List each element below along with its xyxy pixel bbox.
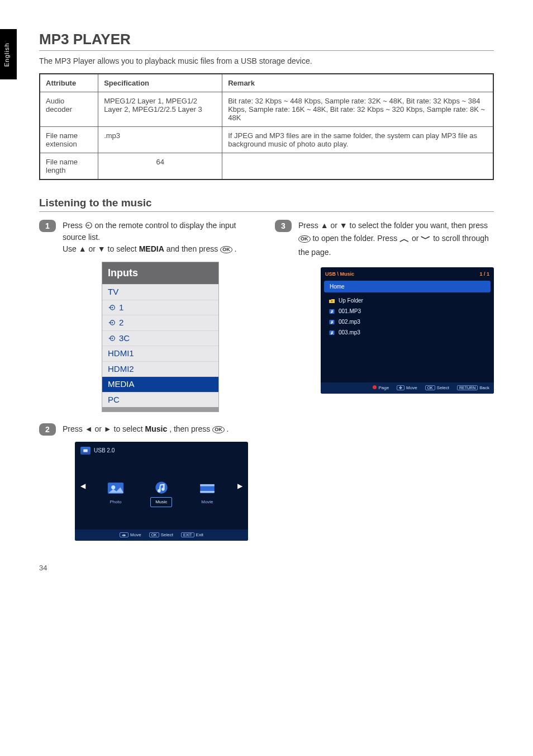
hint-item: ◂▸Move (120, 532, 141, 538)
movie-tile-icon (198, 480, 217, 497)
inputs-panel-header: Inputs (102, 262, 218, 284)
hint-bar: Page ✥Move OKSelect RETURNBack (321, 382, 494, 394)
left-arrow-icon[interactable]: ◀ (80, 481, 85, 491)
step-3-post: to open the folder. Press (312, 234, 399, 243)
spec-table-header-row: Attribute Specification Remark (40, 74, 493, 92)
photo-tile-icon (106, 480, 125, 497)
music-file-icon (329, 329, 335, 335)
chevron-up-icon: ︿ (399, 231, 410, 247)
list-item-label: Up Folder (339, 296, 363, 305)
inputs-panel-screenshot: Inputs TV 1 (102, 262, 219, 412)
input-item-label: MEDIA (108, 378, 135, 391)
input-source-icon (85, 221, 93, 229)
step-number-badge: 2 (39, 423, 56, 436)
step-2-bold: Music (145, 424, 168, 433)
hint-key: ◂▸ (120, 532, 129, 537)
usb-drive-icon (80, 447, 91, 455)
ok-key-icon: OK (220, 246, 232, 253)
input-item-label: PC (108, 394, 120, 407)
hint-key: RETURN (457, 385, 478, 390)
step-1-body: Press on the remote control to display t… (63, 220, 257, 412)
spec-th-specification: Specification (98, 74, 222, 92)
hint-label: Move (130, 532, 141, 537)
hint-label: Move (406, 385, 417, 390)
selected-row-label: Home (330, 284, 345, 290)
step-3-or: or (412, 234, 421, 243)
step-1-line2-post: . (235, 244, 237, 253)
music-file-icon (329, 319, 335, 324)
music-browser-top: USB \ Music 1 / 1 (321, 267, 494, 281)
svg-rect-4 (83, 449, 88, 452)
music-file-icon (329, 308, 335, 314)
side-language-tab-label: English (3, 42, 10, 67)
hint-label: Select (437, 385, 449, 390)
step-2: 2 Press ◄ or ► to select Music , then pr… (39, 423, 257, 541)
step-number-badge: 3 (275, 220, 292, 232)
spec-cell-remark: If JPEG and MP3 files are in the same fo… (222, 127, 493, 153)
input-item-av1[interactable]: 1 (102, 300, 218, 315)
list-item[interactable]: 003.mp3 (321, 327, 494, 338)
right-arrow-icon[interactable]: ▶ (237, 481, 242, 491)
music-tile-icon (152, 479, 171, 496)
spec-cell-remark: Bit rate: 32 Kbps ~ 448 Kbps, Sample rat… (222, 92, 493, 127)
spec-cell-attr: File name length (40, 153, 98, 180)
folder-up-icon (329, 297, 335, 303)
list-item[interactable]: 002.mp3 (321, 316, 494, 327)
hint-label: Page (378, 385, 389, 390)
list-item-label: 001.MP3 (339, 307, 361, 315)
hint-bar: ◂▸Move OKSelect EXITExit (75, 530, 248, 541)
input-item-label: HDMI1 (108, 347, 134, 360)
svg-point-7 (155, 481, 167, 493)
input-item-hdmi1[interactable]: HDMI1 (102, 346, 218, 361)
step-3: 3 Press ▲ or ▼ to select the folder you … (275, 220, 494, 394)
svg-rect-10 (200, 491, 215, 493)
selected-row[interactable]: Home (324, 281, 491, 292)
input-item-tv[interactable]: TV (102, 284, 218, 300)
step-2-mid: , then press (169, 424, 212, 433)
hint-item: EXITExit (181, 532, 203, 538)
step-1-line2-mid: and then press (166, 244, 221, 253)
media-tile-movie[interactable]: Movie (197, 480, 217, 507)
hint-label: Back (479, 385, 489, 390)
list-item[interactable]: Up Folder (321, 295, 494, 306)
media-type-screenshot: USB 2.0 ◀ (75, 442, 248, 541)
spec-row: File name length 64 (40, 153, 493, 180)
input-item-label: 2 (119, 316, 123, 329)
hint-key: ✥ (397, 385, 404, 390)
step-2-pre: Press ◄ or ► to select (63, 424, 145, 433)
spec-th-remark: Remark (222, 74, 493, 92)
spec-cell-attr: Audio decoder (40, 92, 98, 127)
spec-row: File name extension .mp3 If JPEG and MP3… (40, 127, 493, 153)
step-1-line1-pre: Press (63, 221, 85, 230)
input-item-av2[interactable]: 2 (102, 315, 218, 330)
ok-key-icon: OK (212, 426, 225, 433)
list-item[interactable]: 001.MP3 (321, 306, 494, 316)
step-2-post: . (227, 424, 229, 433)
media-tile-label: Music (150, 497, 172, 507)
hint-item: OKSelect (149, 532, 173, 538)
media-tile-photo[interactable]: Photo (105, 480, 126, 507)
spec-th-attribute: Attribute (40, 74, 98, 92)
hint-label: Exit (196, 532, 203, 537)
spec-row: Audio decoder MPEG1/2 Layer 1, MPEG1/2 L… (40, 92, 493, 127)
hint-item: ✥Move (397, 385, 417, 391)
input-item-pc[interactable]: PC (102, 392, 218, 408)
media-tile-music[interactable]: Music (150, 479, 172, 507)
svg-point-6 (111, 485, 115, 489)
input-item-av3c[interactable]: 3C (102, 330, 218, 346)
input-item-media[interactable]: MEDIA (102, 376, 218, 392)
usb-device-label: USB 2.0 (94, 446, 115, 455)
hint-key: OK (149, 532, 159, 537)
input-item-label: HDMI2 (108, 363, 134, 376)
red-hint-dot-icon (373, 385, 377, 389)
input-item-hdmi2[interactable]: HDMI2 (102, 361, 218, 377)
inputs-panel-footer (102, 407, 218, 412)
page-indicator: 1 / 1 (479, 271, 489, 278)
spec-cell-spec: 64 (98, 153, 222, 180)
hint-label: Select (161, 532, 173, 537)
section-heading: Listening to the music (39, 197, 494, 212)
step-3-body: Press ▲ or ▼ to select the folder you wa… (298, 220, 494, 394)
list-item-label: 002.mp3 (339, 318, 360, 326)
input-item-label: 1 (119, 301, 123, 314)
av-plug-icon (108, 319, 116, 327)
